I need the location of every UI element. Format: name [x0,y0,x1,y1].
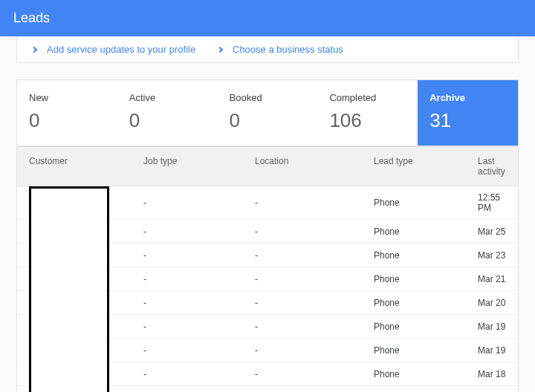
td-customer [17,226,136,238]
td-lead-type: Phone [366,339,470,362]
tab-value: 0 [230,109,240,131]
table-header: Customer Job type Location Lead type Las… [17,146,518,186]
td-location: - [247,339,366,362]
table-row[interactable]: --PhoneMar 20 [17,291,518,315]
tab-archive[interactable]: Archive 31 [418,80,518,146]
td-job-type: - [136,192,247,214]
tab-label: Completed [329,92,406,103]
tab-value: 31 [429,109,451,131]
td-location: - [247,292,366,314]
table-row[interactable]: --PhoneMar 19 [17,315,518,339]
td-job-type: - [136,339,247,362]
page-header: Leads [0,0,535,36]
td-lead-type: Phone [366,268,470,290]
th-job-type[interactable]: Job type [136,147,247,186]
td-lead-type: Phone [366,387,470,393]
td-last-activity: Mar 15 [470,387,518,393]
tab-label: New [29,92,106,103]
tab-new[interactable]: New 0 [17,80,117,146]
th-last-activity[interactable]: Last activity [470,147,518,186]
table-row[interactable]: --PhoneMar 15 [17,386,518,392]
td-lead-type: Phone [366,220,470,243]
table-row[interactable]: --PhoneMar 21 [17,267,518,291]
td-location: - [247,363,366,385]
table-row[interactable]: --Phone12:55 PM [17,186,518,220]
td-lead-type: Phone [366,244,470,267]
tab-label: Archive [429,92,506,103]
td-location: - [247,268,366,290]
td-location: - [247,192,366,214]
table-row[interactable]: --PhoneMar 23 [17,244,518,267]
td-job-type: - [136,268,247,290]
td-customer [17,249,136,261]
td-customer [17,297,136,309]
td-lead-type: Phone [366,316,470,338]
td-location: - [247,244,366,267]
td-last-activity: Mar 20 [470,292,518,314]
th-customer[interactable]: Customer [17,147,136,186]
tab-value: 106 [329,109,361,131]
table-body: --Phone12:55 PM--PhoneMar 25--PhoneMar 2… [17,186,518,392]
td-job-type: - [136,292,247,314]
td-lead-type: Phone [366,292,470,314]
td-job-type: - [136,387,247,393]
tab-label: Active [129,92,206,103]
td-last-activity: 12:55 PM [470,186,518,219]
chevron-right-icon [31,46,37,52]
td-location: - [247,387,366,393]
td-lead-type: Phone [366,363,470,385]
td-last-activity: Mar 21 [470,268,518,290]
td-location: - [247,316,366,338]
td-last-activity: Mar 19 [470,316,518,338]
td-lead-type: Phone [366,192,470,214]
status-tabs: New 0 Active 0 Booked 0 Completed 106 Ar… [16,79,519,146]
tab-value: 0 [129,109,140,131]
tab-active[interactable]: Active 0 [117,80,218,146]
notice-link-service-updates[interactable]: Add service updates to your profile [17,44,203,55]
td-last-activity: Mar 18 [470,363,518,385]
td-customer [17,197,136,209]
td-last-activity: Mar 25 [470,220,518,243]
th-location[interactable]: Location [247,147,366,186]
chevron-right-icon [217,46,223,52]
notice-link-business-status[interactable]: Choose a business status [203,44,389,55]
tab-value: 0 [29,109,39,131]
notice-label: Add service updates to your profile [47,44,195,55]
page-title: Leads [13,10,50,25]
td-job-type: - [136,244,247,267]
tab-label: Booked [230,92,306,103]
td-customer [17,321,136,333]
td-customer [17,368,136,380]
td-last-activity: Mar 19 [470,339,518,362]
table-row[interactable]: --PhoneMar 19 [17,339,518,362]
leads-table: Customer Job type Location Lead type Las… [16,146,519,392]
td-location: - [247,220,366,243]
td-job-type: - [136,316,247,338]
td-customer [17,344,136,356]
notice-bar: Add service updates to your profile Choo… [16,36,519,63]
table-row[interactable]: --PhoneMar 25 [17,220,518,244]
table-row[interactable]: --PhoneMar 18 [17,362,518,386]
tab-booked[interactable]: Booked 0 [218,80,318,146]
td-job-type: - [136,220,247,243]
td-customer [17,273,136,285]
td-job-type: - [136,363,247,385]
notice-label: Choose a business status [233,44,343,55]
tab-completed[interactable]: Completed 106 [317,80,418,146]
td-last-activity: Mar 23 [470,244,518,267]
th-lead-type[interactable]: Lead type [366,147,470,186]
